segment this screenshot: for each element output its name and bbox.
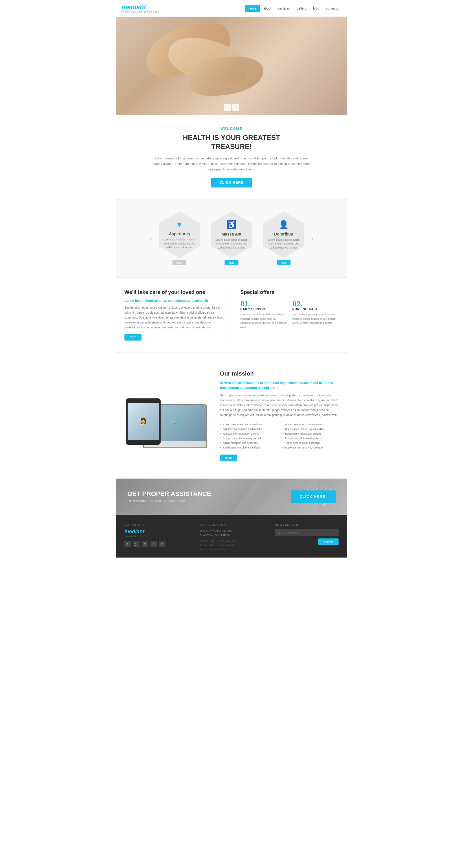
device-screen-icon: 🩺 — [172, 420, 178, 426]
footer-fax: FAX: +1 800 889 3890 — [200, 548, 263, 552]
device-tablet: 👩‍⚕️ — [126, 398, 161, 445]
footer-newsletter-col: NEWSLETTER SUBMIT — [275, 523, 339, 552]
offer-item-2: 02. NURSING CARE Sed do eiusmod tempor i… — [292, 300, 339, 329]
services-section: ‹ ♥ Asperiores Lorem ipsum dolor sit ame… — [116, 200, 347, 277]
footer-freephone: FREEPHONE: +1 800 336 6580 — [200, 539, 263, 544]
hero-prev-button[interactable]: ‹ — [224, 104, 230, 111]
nav-about[interactable]: about — [260, 5, 275, 12]
cta-banner: GET PROPER ASSISTANCE REMAINING IN YOUR … — [116, 478, 347, 515]
header: mediant TAKING CARE OF OLD PEOPLE home a… — [116, 0, 347, 17]
mission-list-item-1-6: Eupiblata non proident, similique — [220, 445, 276, 450]
services-next-button[interactable]: › — [307, 235, 318, 243]
mission-list-item-2-3: Raesentium voluptatum deleniti — [282, 431, 339, 436]
newsletter-submit-button[interactable]: SUBMIT — [318, 538, 339, 545]
social-facebook-icon[interactable]: f — [124, 541, 131, 547]
service-text-2: Lorem ipsum dolor sit amet, consectetur … — [214, 238, 249, 250]
mission-more-button[interactable]: more — [220, 455, 237, 461]
hero-image — [116, 17, 347, 115]
offer-num-1: 01. — [241, 300, 287, 308]
care-section: We'll take care of your loved one Lorem … — [116, 277, 347, 352]
care-title: We'll take care of your loved one — [124, 289, 223, 296]
mission-content-col: Our mission At vero eos et accusamus et … — [217, 365, 347, 467]
footer-fax-label: FAX: — [200, 549, 206, 551]
nav-services[interactable]: services — [275, 5, 293, 12]
service-more-button-1[interactable]: more — [173, 260, 187, 265]
cta-text: GET PROPER ASSISTANCE REMAINING IN YOUR … — [127, 490, 211, 503]
footer-freephone-value: +1 800 336 6580 — [216, 540, 236, 542]
footer-location-col: OUR LOCATION 7610 ST VINCENT PLACE,GLASG… — [200, 523, 263, 552]
mission-image-col: 🩺 👩‍⚕️ — [116, 365, 217, 467]
mission-list-item-1-4: Ernupti quos dolores et quas mol — [220, 436, 276, 441]
services-prev-button[interactable]: ‹ — [145, 235, 156, 243]
care-right-col: Special offers 01. DAILY SUPPORT Lorem i… — [241, 289, 339, 341]
mission-list-item-1-5: Aatlas excepturi sint occaecati — [220, 441, 276, 445]
service-icon-3: 👤 — [279, 220, 289, 229]
offers-grid: 01. DAILY SUPPORT Lorem ipsum dolor inci… — [241, 300, 339, 329]
hero-section: ‹ › — [116, 17, 347, 115]
mission-list-col1: At vero eos et accusamus et iusto Dignis… — [220, 422, 276, 450]
nav-home[interactable]: home — [245, 5, 260, 12]
mission-list-item-2-4: Ernupti quos dolores et quas mol — [282, 436, 339, 441]
offers-title: Special offers — [241, 289, 339, 296]
footer-logo-tag: TAKING CARE OF PEOPLE — [124, 535, 188, 537]
hero-controls: ‹ › — [224, 104, 239, 111]
care-subtitle: Lorem ipsum dolor sit amet, consectetur … — [124, 299, 223, 302]
footer-freephone-label: FREEPHONE: — [200, 540, 216, 542]
offer-item-1: 01. DAILY SUPPORT Lorem ipsum dolor inci… — [241, 300, 287, 329]
service-card-2: ♿ Massa Ast Lorem ipsum dolor sit amet, … — [208, 212, 255, 265]
care-left-col: We'll take care of your loved one Lorem … — [124, 289, 229, 341]
care-text: Sed do eiusmod tempor incididunt ut labo… — [124, 305, 223, 330]
hero-next-button[interactable]: › — [233, 104, 239, 111]
nav-contacts[interactable]: contacts — [323, 5, 341, 12]
nav-gallery[interactable]: gallery — [294, 5, 310, 12]
service-text-1: Lorem ipsum dolor sit amet, consectetur … — [162, 238, 197, 250]
newsletter-label: NEWSLETTER — [275, 523, 339, 526]
footer-telephone: TELEPHONE: +1 800 601 6001 — [200, 544, 263, 548]
welcome-text: Lorem ipsum dolor sit amet, consectetur … — [151, 156, 312, 172]
footer-social-links: f g+ ⊕ p in — [124, 541, 188, 547]
footer-location-label: OUR LOCATION — [200, 523, 263, 526]
offer-label-2: NURSING CARE — [292, 308, 339, 311]
mission-list-item-1-3: Raesentium voluptatum deleniti — [220, 431, 276, 436]
footer: COPYRIGHT mediant TAKING CARE OF PEOPLE … — [116, 515, 347, 558]
service-hex-3: 👤 Doloribus Lorem ipsum dolor sit amet, … — [263, 212, 304, 258]
mission-list-item-1-1: At vero eos et accusamus et iusto — [220, 422, 276, 427]
service-icon-2: ♿ — [226, 220, 237, 229]
welcome-label: WELCOME — [151, 127, 312, 131]
care-more-button[interactable]: more — [124, 334, 142, 341]
offer-text-2: Sed do eiusmod tempor incididunt ut labo… — [292, 312, 339, 325]
service-card-1: ♥ Asperiores Lorem ipsum dolor sit amet,… — [156, 212, 203, 265]
logo: mediant TAKING CARE OF OLD PEOPLE — [122, 3, 159, 13]
service-text-3: Lorem ipsum dolor sit amet, consectetur … — [266, 238, 301, 250]
mission-section: 🩺 👩‍⚕️ Our mission At vero eos et accusa… — [116, 353, 347, 478]
welcome-section: WELCOME HEALTH IS YOUR GREATESTTREASURE!… — [116, 115, 347, 199]
mission-list-col2: At vero eos et accusamus et iusto Dignis… — [282, 422, 339, 450]
footer-address: 7610 ST VINCENT PLACE,GLASGOW, DC 45 FR … — [200, 529, 263, 537]
social-google-icon[interactable]: g+ — [133, 541, 140, 547]
footer-fax-value: +1 800 889 3890 — [206, 549, 226, 551]
footer-brand-col: COPYRIGHT mediant TAKING CARE OF PEOPLE … — [124, 523, 188, 552]
tablet-screen-icon: 👩‍⚕️ — [139, 417, 148, 426]
social-pinterest-icon[interactable]: p — [151, 541, 157, 547]
service-hex-1: ♥ Asperiores Lorem ipsum dolor sit amet,… — [159, 212, 200, 258]
main-nav: home about services gallery blog contact… — [245, 5, 341, 12]
social-rss-icon[interactable]: ⊕ — [142, 541, 148, 547]
mission-text: Sed ut perspiciatis unde omnis iste natu… — [220, 393, 339, 417]
welcome-cta-button[interactable]: CLICK HERE — [211, 178, 251, 187]
logo-name: mediant — [122, 3, 159, 11]
mission-list-grid: At vero eos et accusamus et iusto Dignis… — [220, 422, 339, 450]
social-linkedin-icon[interactable]: in — [159, 541, 165, 547]
cta-click-button[interactable]: CLICK HERE! — [291, 490, 336, 503]
nav-blog[interactable]: blog — [310, 5, 323, 12]
newsletter-email-input[interactable] — [275, 529, 339, 536]
welcome-title: HEALTH IS YOUR GREATESTTREASURE! — [151, 133, 312, 151]
service-card-3: 👤 Doloribus Lorem ipsum dolor sit amet, … — [260, 212, 307, 265]
service-more-button-3[interactable]: more — [277, 260, 291, 265]
mission-title: Our mission — [220, 370, 339, 377]
mission-list-item-2-2: Dignissimos ducimus qui blanditiis — [282, 427, 339, 431]
service-icon-1: ♥ — [177, 220, 182, 229]
footer-telephone-value: +1 800 601 6001 — [216, 544, 236, 546]
service-hex-2: ♿ Massa Ast Lorem ipsum dolor sit amet, … — [211, 212, 252, 258]
service-more-button-2[interactable]: more — [224, 260, 239, 265]
cta-subtitle: REMAINING IN YOUR OWN HOME — [127, 499, 211, 503]
